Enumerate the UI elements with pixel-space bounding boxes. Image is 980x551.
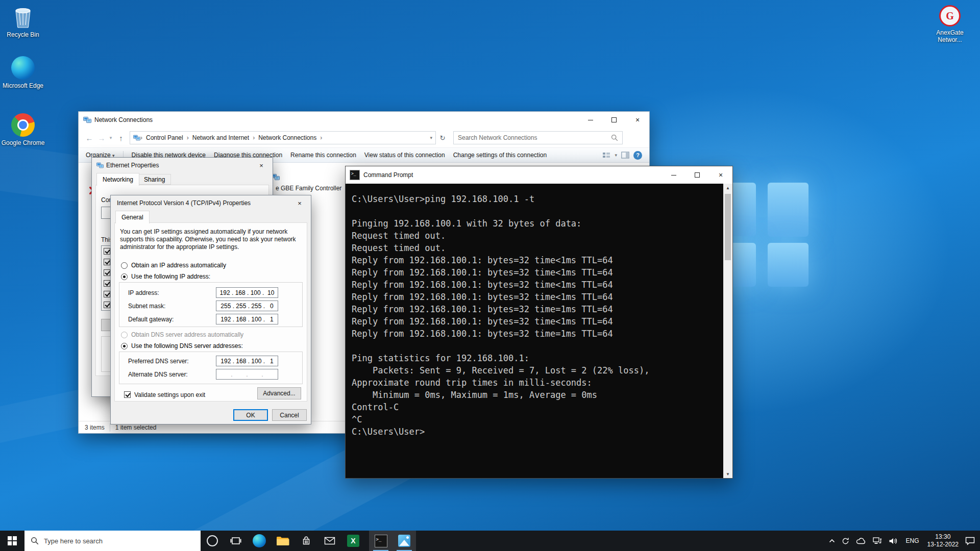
breadcrumb-item-network-connections[interactable]: Network Connections: [255, 134, 320, 141]
change-view-icon[interactable]: [602, 152, 610, 159]
explorer-navigation-bar: ← → ▾ ↑ › Control Panel › Network and In…: [79, 128, 649, 147]
desktop-icon-google-chrome[interactable]: Google Chrome: [1, 113, 45, 146]
desktop-icon-recycle-bin[interactable]: Recycle Bin: [1, 6, 45, 38]
tab-networking[interactable]: Networking: [96, 173, 139, 186]
checked-checkbox-icon[interactable]: [104, 248, 110, 255]
task-view-button[interactable]: [224, 531, 248, 551]
explorer-titlebar[interactable]: Network Connections ×: [79, 112, 649, 128]
dialog-titlebar[interactable]: Internet Protocol Version 4 (TCP/IPv4) P…: [111, 195, 311, 211]
radio-label: Use the following IP address:: [131, 273, 210, 280]
address-bar[interactable]: › Control Panel › Network and Internet ›…: [130, 131, 436, 144]
recent-locations-button[interactable]: ▾: [107, 131, 114, 144]
close-icon: ×: [635, 116, 640, 123]
taskbar: Type here to search: [0, 531, 980, 551]
maximize-button[interactable]: [602, 112, 626, 128]
tab-sharing[interactable]: Sharing: [138, 174, 171, 185]
taskbar-excel[interactable]: X: [341, 531, 365, 551]
checked-checkbox-icon[interactable]: [104, 280, 110, 287]
tab-general[interactable]: General: [115, 211, 150, 223]
close-icon: ×: [259, 162, 263, 169]
scrollbar-thumb[interactable]: [725, 194, 731, 260]
console-area[interactable]: C:\Users\User>ping 192.168.100.1 -t Ping…: [346, 184, 732, 478]
desktop-icon-label: Recycle Bin: [7, 31, 39, 38]
close-button[interactable]: ×: [709, 166, 732, 184]
tray-network[interactable]: [873, 537, 882, 544]
start-button[interactable]: [0, 531, 24, 551]
desktop-icon-label: Microsoft Edge: [3, 82, 43, 89]
minimize-icon: [671, 175, 676, 176]
adapter-name-fragment[interactable]: e GBE Family Controller: [276, 185, 341, 192]
back-button[interactable]: ←: [83, 131, 96, 144]
taskbar-photos[interactable]: [393, 531, 416, 551]
taskbar-command-prompt[interactable]: >_: [369, 531, 393, 551]
breadcrumb-item-control-panel[interactable]: Control Panel: [142, 134, 187, 141]
desktop-icon-label: AnexGate Networ...: [928, 29, 972, 43]
dialog-titlebar[interactable]: Ethernet Properties ×: [92, 158, 273, 173]
advanced-button[interactable]: Advanced...: [257, 387, 301, 399]
radio-obtain-ip-automatically[interactable]: Obtain an IP address automatically: [121, 262, 226, 269]
taskbar-edge[interactable]: [248, 531, 271, 551]
forward-button[interactable]: →: [96, 131, 107, 144]
address-dropdown-icon[interactable]: ▾: [430, 135, 432, 140]
action-center-button[interactable]: [965, 537, 975, 545]
minimize-button[interactable]: [662, 166, 685, 184]
toolbar-change-settings[interactable]: Change settings of this connection: [453, 152, 547, 159]
language-indicator[interactable]: ENG: [904, 537, 921, 544]
toolbar-rename-connection[interactable]: Rename this connection: [290, 152, 356, 159]
validate-settings-checkbox[interactable]: [124, 391, 131, 398]
close-button[interactable]: ×: [288, 195, 311, 211]
ok-button[interactable]: OK: [233, 409, 268, 421]
taskbar-clock[interactable]: 13:30 13-12-2022: [927, 533, 959, 548]
photos-app-icon: [398, 535, 410, 547]
radio-label: Obtain DNS server address automatically: [131, 331, 243, 338]
anexgate-letter: G: [946, 10, 954, 22]
ip-address-field[interactable]: 192 . 168 . 100 . 10: [216, 287, 278, 298]
command-prompt-icon: >_: [375, 535, 387, 547]
command-prompt-icon: >_: [350, 170, 360, 180]
breadcrumb-item-network-and-internet[interactable]: Network and Internet: [189, 134, 253, 141]
chevron-down-icon[interactable]: ▾: [615, 153, 617, 158]
window-title: Command Prompt: [363, 171, 413, 179]
checked-checkbox-icon[interactable]: [104, 302, 110, 308]
cmd-titlebar[interactable]: >_ Command Prompt ×: [346, 166, 732, 184]
close-button[interactable]: ×: [626, 112, 649, 128]
ipv4-intro-text: You can get IP settings assigned automat…: [120, 228, 305, 251]
up-button[interactable]: ↑: [114, 131, 128, 144]
scroll-down-icon[interactable]: ▼: [726, 470, 730, 478]
minimize-button[interactable]: [579, 112, 602, 128]
checked-checkbox-icon[interactable]: [104, 269, 110, 276]
desktop-icon-label: Google Chrome: [2, 139, 45, 146]
default-gateway-field[interactable]: 192 . 168 . 100 . 1: [216, 314, 278, 324]
close-icon: ×: [298, 199, 302, 207]
scroll-up-icon[interactable]: ▲: [726, 184, 730, 192]
preferred-dns-field[interactable]: 192 . 168 . 100 . 1: [216, 356, 278, 366]
preview-pane-icon[interactable]: [621, 152, 629, 159]
alternate-dns-field[interactable]: . . .: [216, 369, 278, 380]
maximize-button[interactable]: [685, 166, 709, 184]
help-icon[interactable]: ?: [633, 151, 642, 160]
desktop-icon-anexgate[interactable]: G AnexGate Networ...: [928, 5, 972, 43]
tray-volume[interactable]: [889, 537, 898, 545]
toolbar-view-status[interactable]: View status of this connection: [364, 152, 445, 159]
taskbar-store[interactable]: [295, 531, 318, 551]
subnet-mask-field[interactable]: 255 . 255 . 255 . 0: [216, 300, 278, 311]
tray-onedrive[interactable]: [856, 537, 866, 544]
taskbar-mail[interactable]: [318, 531, 341, 551]
cancel-button[interactable]: Cancel: [272, 409, 307, 421]
tray-sync[interactable]: [842, 537, 849, 545]
checked-checkbox-icon[interactable]: [104, 291, 110, 297]
explorer-search-box[interactable]: Search Network Connections: [453, 131, 623, 144]
taskbar-file-explorer[interactable]: [271, 531, 295, 551]
taskbar-search[interactable]: Type here to search: [24, 531, 201, 551]
desktop-icon-microsoft-edge[interactable]: Microsoft Edge: [1, 56, 45, 89]
checked-checkbox-icon[interactable]: [104, 259, 110, 265]
scrollbar[interactable]: ▲ ▼: [723, 184, 732, 478]
cortana-button[interactable]: [201, 531, 224, 551]
preferred-dns-label: Preferred DNS server:: [128, 358, 189, 365]
radio-use-following-dns[interactable]: Use the following DNS server addresses:: [121, 342, 243, 349]
refresh-button[interactable]: ↻: [436, 131, 449, 144]
dialog-title: Ethernet Properties: [106, 162, 159, 169]
radio-use-following-ip[interactable]: Use the following IP address:: [121, 273, 210, 280]
close-button[interactable]: ×: [250, 158, 273, 173]
show-hidden-icons-button[interactable]: [829, 539, 835, 543]
